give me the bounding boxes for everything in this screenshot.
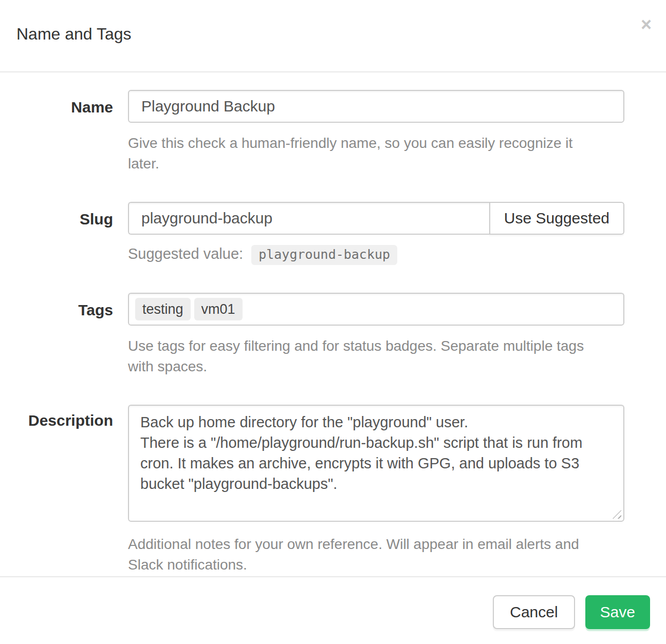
description-help-text: Additional notes for your own reference.… <box>128 534 597 575</box>
description-label: Description <box>0 405 128 575</box>
description-form-group: Description Back up home directory for t… <box>0 405 666 575</box>
slug-input[interactable] <box>128 202 489 235</box>
name-form-group: Name Give this check a human-friendly na… <box>0 90 666 174</box>
slug-input-group: Use Suggested <box>128 202 624 235</box>
tags-form-group: Tags testing vm01 Use tags for easy filt… <box>0 293 666 377</box>
tags-help-text: Use tags for easy filtering and for stat… <box>128 336 597 377</box>
use-suggested-button[interactable]: Use Suggested <box>489 202 624 235</box>
cancel-button[interactable]: Cancel <box>493 595 575 629</box>
close-icon[interactable]: × <box>641 15 652 34</box>
slug-form-group: Slug Use Suggested Suggested value: play… <box>0 202 666 265</box>
dialog-header: Name and Tags × <box>0 0 666 72</box>
suggested-value-prefix: Suggested value: <box>128 245 243 262</box>
name-help-text: Give this check a human-friendly name, s… <box>128 133 597 174</box>
name-input[interactable] <box>128 90 624 123</box>
slug-label: Slug <box>0 202 128 265</box>
tags-input[interactable]: testing vm01 <box>128 293 624 326</box>
dialog-title: Name and Tags <box>16 25 132 44</box>
description-textarea[interactable]: Back up home directory for the "playgrou… <box>128 405 624 522</box>
name-label: Name <box>0 90 128 174</box>
tags-label: Tags <box>0 293 128 377</box>
suggested-value-code: playground-backup <box>251 245 397 265</box>
suggested-value-line: Suggested value: playground-backup <box>128 245 624 265</box>
dialog-body: Name Give this check a human-friendly na… <box>0 72 666 576</box>
tag-chip-testing[interactable]: testing <box>135 298 191 320</box>
name-and-tags-dialog: Name and Tags × Name Give this check a h… <box>0 0 666 644</box>
tag-chip-vm01[interactable]: vm01 <box>194 298 243 320</box>
dialog-footer: Cancel Save <box>0 576 666 644</box>
save-button[interactable]: Save <box>585 595 650 629</box>
